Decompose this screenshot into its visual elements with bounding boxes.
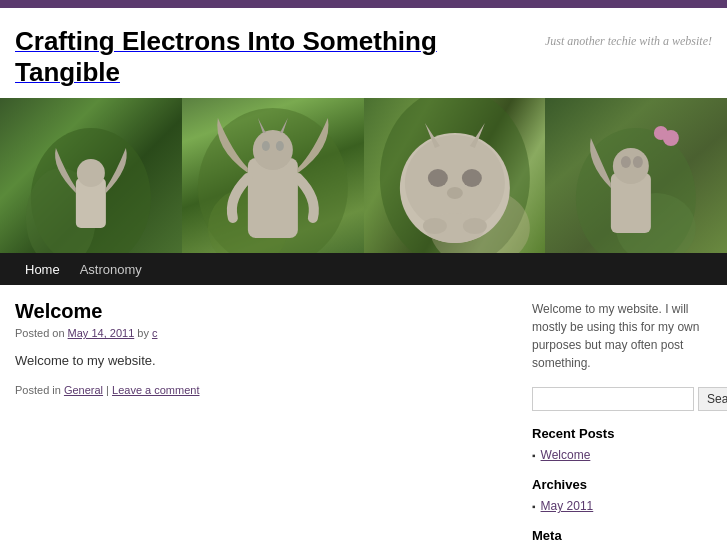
banner-section-3: [364, 98, 546, 253]
sidebar-intro: Welcome to my website. I will mostly be …: [532, 300, 712, 372]
nav-item-home[interactable]: Home: [15, 254, 70, 285]
svg-point-9: [276, 141, 284, 151]
list-item: Welcome: [532, 447, 712, 463]
post-body: Welcome to my website.: [15, 351, 512, 372]
post-category-link[interactable]: General: [64, 384, 103, 396]
site-title: Crafting Electrons Into Something Tangib…: [15, 26, 437, 87]
site-header: Crafting Electrons Into Something Tangib…: [0, 8, 727, 98]
site-title-link[interactable]: Crafting Electrons Into Something Tangib…: [15, 26, 545, 88]
page-wrapper: Crafting Electrons Into Something Tangib…: [0, 8, 727, 545]
sidebar-archives: Archives May 2011: [532, 477, 712, 514]
svg-point-26: [621, 156, 631, 168]
svg-point-23: [654, 126, 668, 140]
sidebar-archives-title: Archives: [532, 477, 712, 492]
svg-point-27: [633, 156, 643, 168]
sidebar-meta: Meta Log in Entries RSS Comments RSS Wor…: [532, 528, 712, 545]
site-tagline: Just another techie with a website!: [545, 26, 712, 49]
svg-point-18: [422, 218, 446, 234]
svg-point-15: [461, 169, 481, 187]
svg-point-7: [253, 130, 293, 170]
sidebar-recent-posts-title: Recent Posts: [532, 426, 712, 441]
post-footer: Posted in General | Leave a comment: [15, 384, 512, 396]
sidebar-meta-title: Meta: [532, 528, 712, 543]
banner-section-4: [545, 98, 727, 253]
sidebar-recent-posts: Recent Posts Welcome: [532, 426, 712, 463]
sidebar: Welcome to my website. I will mostly be …: [532, 300, 712, 545]
banner-section-2: [182, 98, 364, 253]
list-item: May 2011: [532, 498, 712, 514]
navigation-bar: Home Astronomy: [0, 253, 727, 285]
recent-post-link-1[interactable]: Welcome: [541, 448, 591, 462]
gargoyle-2-svg: [182, 98, 364, 253]
post: Welcome Posted on May 14, 2011 by c Welc…: [15, 300, 512, 396]
nav-item-astronomy[interactable]: Astronomy: [70, 254, 152, 285]
svg-point-16: [446, 187, 462, 199]
sidebar-archives-list: May 2011: [532, 498, 712, 514]
post-comments-link[interactable]: Leave a comment: [112, 384, 199, 396]
post-date-link[interactable]: May 14, 2011: [68, 327, 135, 339]
post-body-text: Welcome to my website.: [15, 351, 512, 372]
search-input[interactable]: [532, 387, 694, 411]
banner-image: [0, 98, 727, 253]
post-title: Welcome: [15, 300, 512, 323]
svg-point-3: [77, 159, 105, 187]
top-bar: [0, 0, 727, 8]
gargoyle-3-svg: [364, 98, 546, 253]
post-meta: Posted on May 14, 2011 by c: [15, 327, 512, 339]
post-author-link[interactable]: c: [152, 327, 158, 339]
gargoyle-1-svg: [0, 98, 182, 253]
svg-point-14: [427, 169, 447, 187]
banner-section-1: [0, 98, 182, 253]
svg-point-8: [262, 141, 270, 151]
content-area: Welcome Posted on May 14, 2011 by c Welc…: [0, 285, 727, 545]
svg-point-19: [462, 218, 486, 234]
main-content: Welcome Posted on May 14, 2011 by c Welc…: [15, 300, 512, 545]
gargoyle-4-svg: [545, 98, 727, 253]
search-button[interactable]: Search: [698, 387, 727, 411]
svg-point-25: [613, 148, 649, 184]
sidebar-recent-posts-list: Welcome: [532, 447, 712, 463]
search-box: Search: [532, 387, 712, 411]
archive-link-1[interactable]: May 2011: [541, 499, 594, 513]
